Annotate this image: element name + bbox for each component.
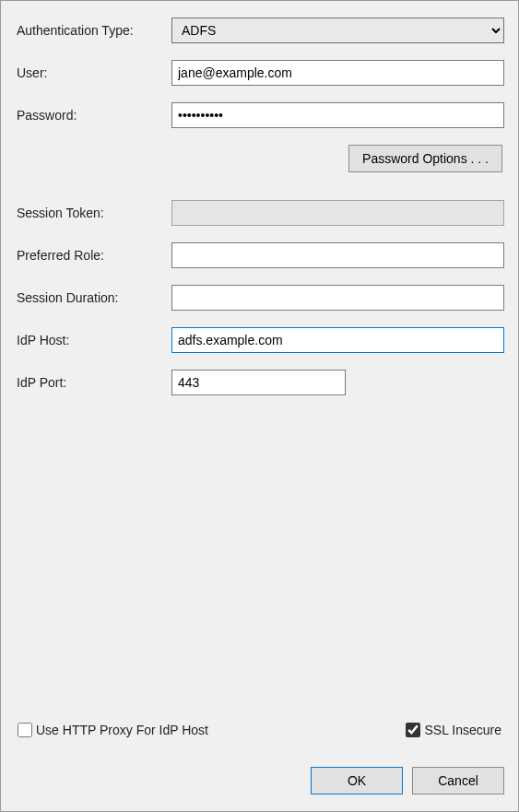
session-token-label: Session Token: bbox=[15, 206, 171, 220]
ok-button[interactable]: OK bbox=[311, 767, 403, 794]
password-row: Password: bbox=[15, 102, 504, 128]
password-options-row: Password Options . . . bbox=[15, 145, 504, 172]
password-input[interactable] bbox=[171, 102, 504, 128]
password-options-button[interactable]: Password Options . . . bbox=[348, 145, 502, 172]
ssl-insecure-label[interactable]: SSL Insecure bbox=[424, 723, 501, 737]
idp-host-row: IdP Host: bbox=[15, 327, 504, 353]
session-duration-row: Session Duration: bbox=[15, 285, 504, 311]
checkbox-row: Use HTTP Proxy For IdP Host SSL Insecure bbox=[15, 723, 504, 737]
auth-type-label: Authentication Type: bbox=[15, 23, 171, 38]
auth-type-row: Authentication Type: ADFS bbox=[15, 18, 504, 43]
dialog-button-row: OK Cancel bbox=[311, 767, 504, 794]
http-proxy-group: Use HTTP Proxy For IdP Host bbox=[18, 723, 208, 737]
idp-host-input[interactable] bbox=[171, 327, 504, 353]
idp-port-input[interactable] bbox=[171, 370, 346, 395]
idp-port-label: IdP Port: bbox=[15, 375, 171, 390]
session-duration-input[interactable] bbox=[171, 285, 504, 311]
session-duration-label: Session Duration: bbox=[15, 290, 171, 305]
preferred-role-input[interactable] bbox=[171, 242, 504, 268]
auth-type-select[interactable]: ADFS bbox=[171, 18, 504, 43]
idp-port-row: IdP Port: bbox=[15, 370, 504, 395]
preferred-role-label: Preferred Role: bbox=[15, 248, 171, 263]
session-token-row: Session Token: bbox=[15, 200, 504, 226]
auth-settings-dialog: Authentication Type: ADFS User: Password… bbox=[0, 0, 519, 812]
idp-host-label: IdP Host: bbox=[15, 333, 171, 347]
password-label: Password: bbox=[15, 108, 171, 123]
cancel-button[interactable]: Cancel bbox=[412, 767, 504, 794]
ssl-insecure-group: SSL Insecure bbox=[406, 723, 501, 737]
preferred-role-row: Preferred Role: bbox=[15, 242, 504, 268]
user-label: User: bbox=[15, 65, 171, 80]
use-http-proxy-checkbox[interactable] bbox=[18, 723, 32, 737]
user-input[interactable] bbox=[171, 60, 504, 86]
session-token-input bbox=[171, 200, 504, 226]
use-http-proxy-label[interactable]: Use HTTP Proxy For IdP Host bbox=[36, 723, 208, 737]
user-row: User: bbox=[15, 60, 504, 86]
ssl-insecure-checkbox[interactable] bbox=[406, 723, 420, 737]
